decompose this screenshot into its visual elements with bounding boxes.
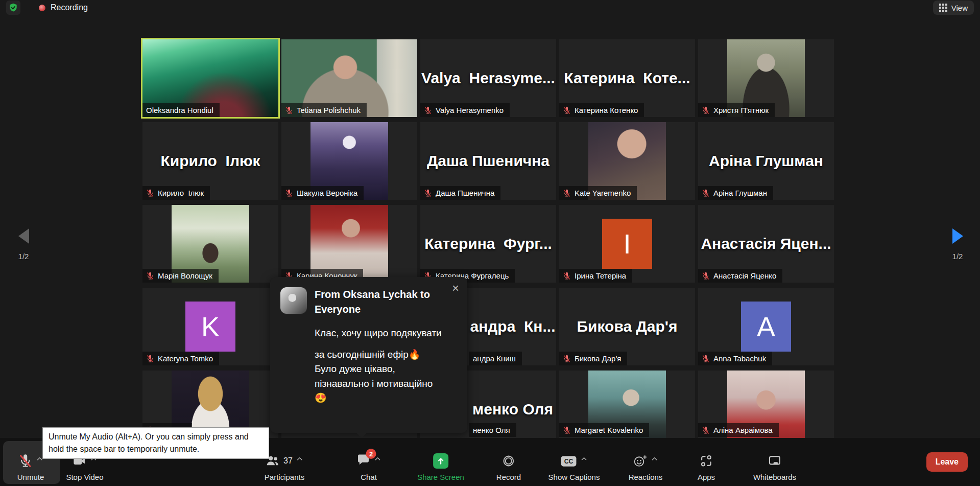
participant-tile[interactable]: Катерина Фург... Катерина Фургалець — [420, 205, 556, 283]
whiteboards-label: Whiteboards — [753, 473, 796, 481]
share-screen-label: Share Screen — [417, 473, 464, 481]
muted-mic-icon — [563, 426, 571, 434]
gallery-next-button[interactable]: 1/2 — [946, 228, 969, 261]
participants-count: 37 — [283, 456, 293, 466]
view-button[interactable]: View — [933, 1, 974, 15]
muted-mic-icon — [563, 189, 571, 197]
participant-name-text: Даша Пшенична — [436, 189, 494, 197]
chat-notification-popup[interactable]: × From Oksana Lychak to Everyone Клас, х… — [270, 277, 467, 433]
participant-name-text: Катерина Котенко — [575, 106, 638, 114]
apps-button[interactable]: Apps — [698, 438, 715, 486]
participant-tile[interactable]: Анастасія Яцен... Анастасія Яценко — [698, 205, 834, 283]
participant-name-label: андра Книш — [469, 352, 522, 365]
whiteboard-icon — [768, 454, 782, 468]
participant-name-label: Oleksandra Hondiul — [142, 103, 220, 117]
participant-tile[interactable]: Кирило Ілюк Кирило Ілюк — [142, 122, 278, 200]
participant-tile[interactable]: Катерина Коте... Катерина Котенко — [559, 39, 695, 117]
muted-mic-icon — [424, 106, 432, 114]
participant-name-text: андра Книш — [473, 354, 516, 363]
muted-mic-icon — [702, 426, 710, 434]
chat-message: Клас, хочу щиро подякувати — [315, 326, 457, 341]
whiteboards-button[interactable]: Whiteboards — [753, 438, 796, 486]
participant-name-text: Valya Herasymenko — [436, 106, 504, 114]
unmute-button[interactable]: Unmute — [17, 438, 44, 486]
participant-tile[interactable]: Бикова Дар'я Бикова Дар'я — [559, 288, 695, 365]
stop-video-label: Stop Video — [66, 473, 103, 481]
participant-name-text: Tetiana Polishchuk — [297, 106, 361, 114]
captions-icon: CC — [561, 454, 577, 468]
page-indicator-right: 1/2 — [946, 252, 969, 261]
participant-tile[interactable]: Карина Конончук — [281, 205, 417, 283]
chevron-up-icon[interactable] — [651, 455, 658, 462]
participant-name-text: ненко Оля — [473, 426, 510, 434]
participant-name-label: Даша Пшенична — [420, 186, 500, 200]
participant-name-label: Margaret Kovalenko — [559, 423, 649, 437]
chevron-up-icon[interactable] — [581, 455, 588, 462]
recording-dot-icon — [39, 5, 45, 11]
participants-button[interactable]: 37 Participants — [265, 438, 304, 486]
participant-name-text: Аріна Глушман — [713, 189, 767, 197]
show-captions-label: Show Captions — [548, 473, 600, 481]
participant-name-label: Шакула Вероніка — [281, 186, 364, 200]
participant-tile[interactable]: Шакула Вероніка — [281, 122, 417, 200]
participant-name-text: Анастасія Яценко — [713, 271, 776, 280]
participant-name-text: Kate Yaremenko — [575, 189, 631, 197]
muted-mic-icon — [146, 355, 154, 363]
zoom-meeting-window: Recording View Oleksandra Hondiul — [0, 0, 980, 486]
participant-name-text: Кирило Ілюк — [158, 189, 204, 197]
participant-tile[interactable]: A Anna Tabachuk — [698, 288, 834, 365]
reactions-button[interactable]: Reactions — [629, 438, 663, 486]
participant-tile[interactable]: Даша Пшенична Даша Пшенична — [420, 122, 556, 200]
chevron-up-icon[interactable] — [296, 455, 303, 462]
participant-tile[interactable]: Христя П'ятнюк — [698, 39, 834, 117]
participant-tile[interactable]: Kate Yaremenko — [559, 122, 695, 200]
participant-name-label: Кирило Ілюк — [142, 186, 210, 200]
show-captions-button[interactable]: CC Show Captions — [548, 438, 600, 486]
prev-arrow-icon — [18, 228, 29, 244]
participant-name-text: Марія Волощук — [158, 271, 212, 280]
participant-name-text: Шакула Вероніка — [297, 189, 357, 197]
chat-popup-title: From Oksana Lychak to Everyone — [315, 287, 442, 317]
participant-tile[interactable]: Аліна Авраімова — [698, 371, 834, 448]
security-shield-button[interactable] — [6, 1, 20, 15]
participant-name-text: Аліна Авраімова — [713, 426, 773, 434]
muted-mic-icon — [563, 355, 571, 363]
muted-mic-icon — [563, 272, 571, 280]
participant-tile[interactable]: I Ірина Тетеріна — [559, 205, 695, 283]
participant-name-text: Бикова Дар'я — [575, 354, 621, 363]
share-screen-button[interactable]: Share Screen — [417, 438, 464, 486]
participant-name-label: Ірина Тетеріна — [559, 269, 632, 283]
recording-indicator: Recording — [39, 0, 88, 15]
participant-tile[interactable]: Valya Herasyme... Valya Herasymenko — [420, 39, 556, 117]
participant-name-label: Аліна Авраімова — [698, 423, 779, 437]
participant-tile[interactable]: Tetiana Polishchuk — [281, 39, 417, 117]
chat-label: Chat — [361, 473, 377, 481]
participant-tile[interactable]: Аріна Глушман Аріна Глушман — [698, 122, 834, 200]
leave-button[interactable]: Leave — [926, 452, 968, 472]
chat-message: за сьогоднішній ефір🔥 Було дуже цікаво, … — [315, 348, 457, 406]
participants-label: Participants — [265, 473, 304, 481]
chat-button[interactable]: 2 Chat — [356, 438, 381, 486]
participant-tile[interactable]: Oleksandra Hondiul — [142, 39, 278, 117]
participant-name-text: Ірина Тетеріна — [575, 271, 626, 280]
record-button[interactable]: Record — [496, 438, 521, 486]
participant-tile[interactable]: K Kateryna Tomko — [142, 288, 278, 365]
participant-avatar: K — [185, 302, 235, 352]
participant-name-label: Анастасія Яценко — [698, 269, 782, 283]
participant-tile[interactable]: Margaret Kovalenko — [559, 371, 695, 448]
muted-mic-icon — [424, 189, 432, 197]
participant-tile[interactable]: Марія Волощук — [142, 205, 278, 283]
page-indicator-left: 1/2 — [12, 252, 35, 261]
participant-avatar: I — [602, 219, 652, 269]
chat-unread-badge: 2 — [366, 449, 376, 459]
gallery-prev-button[interactable]: 1/2 — [12, 228, 35, 261]
participant-name-label: Катерина Котенко — [559, 103, 644, 117]
participant-avatar: A — [741, 302, 791, 352]
close-icon[interactable]: × — [452, 282, 459, 294]
svg-text:CC: CC — [564, 458, 573, 465]
muted-mic-icon — [563, 106, 571, 114]
participant-name-text: Oleksandra Hondiul — [146, 106, 213, 114]
participant-name-label: Марія Волощук — [142, 269, 219, 283]
sender-avatar — [280, 287, 307, 314]
muted-mic-icon — [702, 355, 710, 363]
